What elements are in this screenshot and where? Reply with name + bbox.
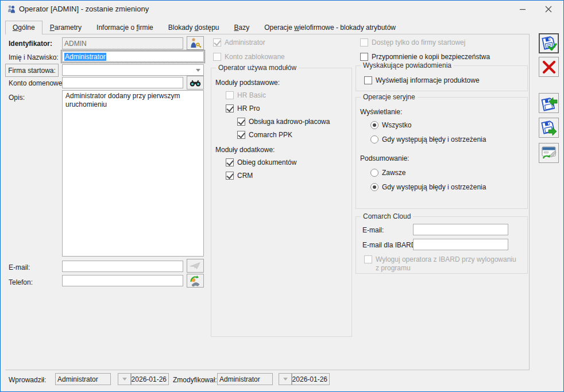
administrator-checkbox: Administrator: [213, 38, 265, 46]
start-company-only-checkbox: Dostęp tylko do firmy startowej: [360, 38, 465, 46]
footer-separator: [5, 370, 529, 370]
display-errors-radio[interactable]: Gdy występują błędy i ostrzeżenia: [370, 135, 486, 143]
ibard-email-field[interactable]: [413, 239, 508, 250]
chevron-down-icon[interactable]: [196, 69, 200, 72]
tab-ogolne[interactable]: Ogólne: [5, 21, 43, 34]
display-label: Wyświetlanie:: [360, 108, 402, 116]
account-locked-checkbox: Konto zablokowane: [213, 53, 285, 61]
phone-label: Telefon:: [9, 278, 33, 286]
modified-date-dropdown: [279, 373, 292, 385]
phone-icon: [189, 275, 202, 286]
created-by-label: Wprowadził:: [9, 376, 46, 384]
tab-parametry[interactable]: Parametry: [43, 21, 89, 34]
hr-pro-checkbox[interactable]: HR Pro: [226, 104, 260, 112]
description-textarea[interactable]: Administrator dodany przy pierwszym uruc…: [62, 90, 204, 257]
comarch-ppk-checkbox[interactable]: Comarch PPK: [237, 131, 292, 139]
user-key-icon: [189, 37, 202, 49]
domain-field[interactable]: [62, 77, 183, 88]
backup-reminder-checkbox[interactable]: Przypomnienie o kopii bezpieczeństwa: [360, 53, 490, 61]
close-button[interactable]: [535, 1, 561, 18]
tab-strip: Ogólne Parametry Informacje o firmie Blo…: [5, 21, 403, 34]
save-next-button[interactable]: [539, 118, 559, 138]
ibard-email-label: E-mail dla IBARD:: [362, 241, 418, 249]
name-label: Imię i Nazwisko:: [9, 53, 59, 61]
panel-separator: [529, 34, 530, 370]
description-label: Opis:: [9, 94, 25, 102]
app-icon: [7, 5, 16, 14]
identifier-field: ADMIN: [62, 37, 183, 49]
send-email-button: [187, 259, 204, 273]
floppy-check-icon: [540, 35, 558, 52]
modified-date-field: 2026-01-26: [292, 373, 330, 385]
identifier-label: Identyfikator:: [9, 40, 52, 48]
operator-dialog: Operator [ADMIN] - zostanie zmieniony Og…: [0, 0, 564, 392]
close-icon: [545, 6, 552, 13]
selected-text: Administrator: [64, 53, 106, 61]
additional-modules-label: Moduły dodatkowe:: [215, 146, 275, 154]
created-by-field: Administrator: [55, 373, 111, 385]
name-field[interactable]: Administrator: [62, 51, 204, 62]
popup-notifications-group-title: Wyskakujące powiadomienia: [361, 61, 454, 69]
call-phone-button[interactable]: [187, 274, 204, 288]
dms-checkbox[interactable]: Obieg dokumentów: [226, 158, 296, 166]
modules-group-title: Operator używa modułów: [216, 64, 299, 72]
summary-errors-radio[interactable]: Gdy występują błędy i ostrzeżenia: [370, 183, 486, 191]
binoculars-icon: [189, 79, 202, 87]
tab-blokady-dostepu[interactable]: Blokady dostępu: [161, 21, 227, 34]
save-button[interactable]: [539, 33, 559, 53]
hr-basic-checkbox: HR Basic: [226, 91, 266, 99]
domain-search-button[interactable]: [187, 76, 204, 90]
modified-by-label: Zmodyfikował:: [173, 376, 217, 384]
window-title: Operator [ADMIN] - zostanie zmieniony: [19, 5, 149, 13]
save-previous-button[interactable]: [539, 93, 559, 113]
chevron-down-icon: [122, 378, 127, 381]
comarch-cloud-group-title: Comarch Cloud: [361, 212, 413, 220]
start-company-combo[interactable]: [62, 64, 204, 76]
titlebar: Operator [ADMIN] - zostanie zmieniony: [1, 1, 563, 18]
tab-informacje-o-firmie[interactable]: Informacje o firmie: [89, 21, 161, 34]
minimize-icon: [519, 6, 526, 13]
modified-by-field: Administrator: [217, 373, 273, 385]
cancel-button[interactable]: [539, 57, 559, 77]
summary-always-radio[interactable]: Zawsze: [370, 169, 405, 177]
basic-modules-label: Moduły podstawowe:: [215, 79, 280, 87]
cloud-email-field[interactable]: [413, 224, 508, 235]
created-date-field: 2026-01-26: [131, 373, 169, 385]
red-x-icon: [542, 60, 557, 75]
start-company-button[interactable]: Firma startowa:: [5, 64, 59, 77]
settings-button[interactable]: [539, 143, 559, 163]
minimize-button[interactable]: [509, 1, 535, 18]
batch-operations-group-title: Operacje seryjne: [361, 93, 418, 101]
floppy-arrow-right-icon: [540, 119, 558, 137]
product-info-checkbox[interactable]: Wyświetlaj informacje produktowe: [364, 76, 480, 84]
summary-label: Podsumowanie:: [360, 154, 409, 162]
tab-bazy[interactable]: Bazy: [227, 21, 257, 34]
payroll-checkbox[interactable]: Obsługa kadrowo-płacowa: [237, 118, 330, 126]
email-label: E-mail:: [9, 263, 30, 271]
email-field[interactable]: [62, 261, 183, 272]
tab-operacje-wielofirmowe[interactable]: Operacje wielofirmowe - blokady atrybutó…: [257, 21, 403, 34]
domain-label: Konto domenowe:: [9, 79, 64, 87]
floppy-arrow-left-icon: [540, 95, 558, 112]
cloud-email-label: E-mail:: [362, 226, 384, 234]
ibard-logout-checkbox: Wyloguj operatora z IBARD przy wylogowan…: [364, 255, 520, 273]
phone-field[interactable]: [62, 275, 183, 286]
window-wrench-icon: [540, 145, 558, 162]
created-date-dropdown: [118, 373, 131, 385]
send-mail-icon: [190, 262, 201, 270]
crm-checkbox[interactable]: CRM: [226, 172, 253, 180]
chevron-down-icon: [283, 378, 288, 381]
identifier-wizard-button[interactable]: [187, 36, 204, 50]
display-all-radio[interactable]: Wszystko: [370, 121, 411, 129]
